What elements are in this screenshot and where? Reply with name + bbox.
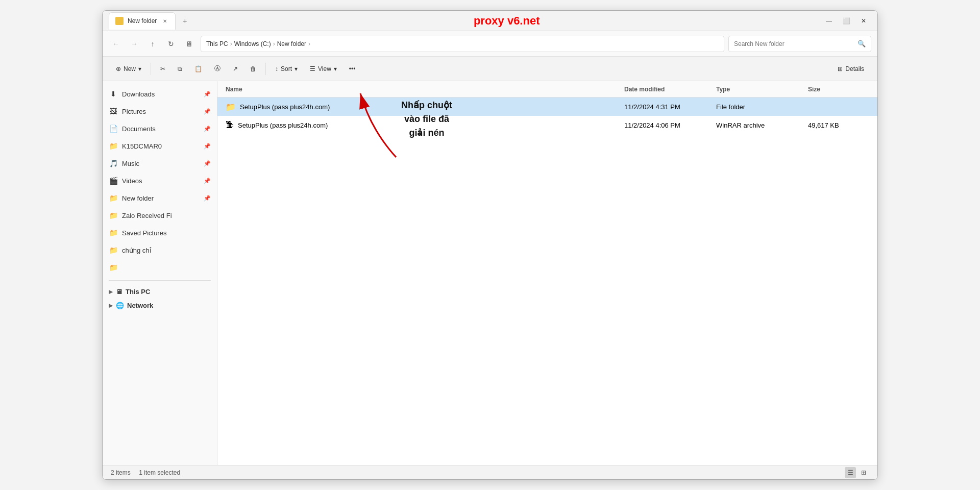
up-button[interactable]: ↑	[145, 37, 160, 51]
selected-count-text: 1 item selected	[139, 469, 180, 476]
sidebar-item-k15dcmar0[interactable]: 📁 K15DCMAR0 📌	[103, 137, 217, 155]
minimize-button[interactable]: —	[821, 13, 837, 29]
sidebar-item-unnamed[interactable]: 📁	[103, 259, 217, 276]
breadcrumb-windows-c[interactable]: Windows (C:)	[234, 40, 271, 47]
window-controls: — ⬜ ✕	[821, 13, 871, 29]
close-button[interactable]: ✕	[856, 13, 871, 29]
copy-icon: ⧉	[178, 65, 182, 72]
more-button[interactable]: •••	[344, 60, 361, 78]
zalo-icon: 📁	[109, 211, 118, 219]
file-date-folder: 11/2/2024 4:31 PM	[624, 103, 716, 111]
sidebar-item-videos[interactable]: 🎬 Videos 📌	[103, 172, 217, 189]
view-button[interactable]: ☰ View ▾	[305, 60, 342, 78]
title-bar: New folder ✕ + proxy v6.net — ⬜ ✕	[103, 11, 877, 31]
new-button[interactable]: ⊕ New ▾	[111, 60, 146, 78]
list-view-button[interactable]: ☰	[845, 467, 856, 478]
back-button[interactable]: ←	[109, 37, 123, 51]
pin-icon-videos: 📌	[204, 178, 211, 184]
new-label: New	[124, 65, 136, 72]
details-label: Details	[845, 65, 864, 72]
grid-view-button[interactable]: ⊞	[858, 467, 869, 478]
breadcrumb[interactable]: This PC › Windows (C:) › New folder ›	[201, 36, 724, 52]
tab-close-button[interactable]: ✕	[161, 17, 169, 25]
view-chevron-icon: ▾	[334, 65, 337, 72]
sidebar-label-downloads: Downloads	[122, 90, 155, 98]
sidebar: ⬇ Downloads 📌 🖼 Pictures 📌 📄 Documents 📌…	[103, 81, 217, 465]
breadcrumb-new-folder[interactable]: New folder	[277, 40, 306, 47]
rar-icon: 🗜	[226, 120, 234, 130]
col-header-name[interactable]: Name	[226, 86, 624, 93]
address-bar: ← → ↑ ↻ 🖥 This PC › Windows (C:) › New f…	[103, 31, 877, 57]
search-input[interactable]	[734, 40, 854, 47]
search-box[interactable]: 🔍	[728, 36, 871, 52]
folder-row-icon: 📁	[226, 102, 236, 112]
col-header-size[interactable]: Size	[808, 86, 869, 93]
sidebar-item-network[interactable]: ▶ 🌐 Network	[103, 299, 217, 312]
unnamed-icon: 📁	[109, 263, 118, 272]
toolbar-separator-2	[265, 63, 266, 75]
pin-icon-documents: 📌	[204, 126, 211, 132]
this-pc-chevron: ▶	[109, 289, 113, 295]
file-area: Name Date modified Type Size 📁 SetupPlus…	[217, 81, 877, 465]
sidebar-item-music[interactable]: 🎵 Music 📌	[103, 155, 217, 172]
sidebar-item-this-pc[interactable]: ▶ 🖥 This PC	[103, 285, 217, 299]
chung-chi-icon: 📁	[109, 246, 118, 254]
sidebar-item-documents[interactable]: 📄 Documents 📌	[103, 120, 217, 137]
sidebar-item-saved-pictures[interactable]: 📁 Saved Pictures	[103, 224, 217, 241]
new-folder-icon: 📁	[109, 194, 118, 202]
status-right: ☰ ⊞	[845, 467, 869, 478]
k15dcmar0-icon: 📁	[109, 142, 118, 150]
sort-button[interactable]: ↕ Sort ▾	[270, 60, 303, 78]
pin-icon-k15dcmar0: 📌	[204, 143, 211, 150]
refresh-button[interactable]: ↻	[164, 37, 178, 51]
sidebar-label-new-folder: New folder	[122, 194, 154, 202]
new-tab-button[interactable]: +	[178, 14, 192, 28]
sidebar-label-videos: Videos	[122, 177, 142, 185]
sidebar-label-music: Music	[122, 160, 139, 167]
network-label: Network	[127, 302, 153, 309]
forward-button[interactable]: →	[127, 37, 141, 51]
file-name-cell-folder: 📁 SetupPlus (pass plus24h.com)	[226, 102, 624, 112]
file-name-cell-rar: 🗜 SetupPlus (pass plus24h.com)	[226, 120, 624, 130]
this-pc-icon: 🖥	[116, 288, 122, 296]
col-header-type[interactable]: Type	[716, 86, 808, 93]
breadcrumb-this-pc[interactable]: This PC	[206, 40, 228, 47]
sidebar-item-pictures[interactable]: 🖼 Pictures 📌	[103, 103, 217, 120]
cut-icon: ✂	[160, 65, 165, 72]
details-button[interactable]: ⊞ Details	[832, 60, 869, 78]
sidebar-label-saved-pictures: Saved Pictures	[122, 229, 166, 237]
sidebar-item-downloads[interactable]: ⬇ Downloads 📌	[103, 85, 217, 103]
rename-button[interactable]: Ⓐ	[209, 60, 226, 78]
file-list-header: Name Date modified Type Size	[217, 81, 877, 97]
music-icon: 🎵	[109, 159, 118, 167]
network-chevron: ▶	[109, 303, 113, 308]
pictures-icon: 🖼	[109, 107, 118, 115]
file-size-rar: 49,617 KB	[808, 121, 869, 129]
item-count-text: 2 items	[111, 469, 131, 476]
location-button[interactable]: 🖥	[182, 37, 197, 51]
file-row-folder[interactable]: 📁 SetupPlus (pass plus24h.com) 11/2/2024…	[217, 97, 877, 116]
sidebar-label-pictures: Pictures	[122, 108, 146, 115]
delete-button[interactable]: 🗑	[245, 60, 261, 78]
share-button[interactable]: ↗	[228, 60, 243, 78]
new-icon: ⊕	[116, 65, 121, 72]
file-row-rar[interactable]: 🗜 SetupPlus (pass plus24h.com) 11/2/2024…	[217, 116, 877, 134]
sidebar-item-new-folder[interactable]: 📁 New folder 📌	[103, 189, 217, 207]
rename-icon: Ⓐ	[214, 64, 220, 73]
sidebar-label-k15dcmar0: K15DCMAR0	[122, 142, 162, 150]
pin-icon-new-folder: 📌	[204, 195, 211, 202]
toolbar: ⊕ New ▾ ✂ ⧉ 📋 Ⓐ ↗ 🗑 ↕ Sort ▾ ☰	[103, 57, 877, 81]
active-tab[interactable]: New folder ✕	[109, 12, 176, 30]
status-item-count: 2 items 1 item selected	[111, 469, 180, 476]
sidebar-item-zalo[interactable]: 📁 Zalo Received Fi	[103, 207, 217, 224]
maximize-button[interactable]: ⬜	[839, 13, 854, 29]
sidebar-label-zalo: Zalo Received Fi	[122, 212, 172, 219]
pin-icon-downloads: 📌	[204, 91, 211, 97]
cut-button[interactable]: ✂	[155, 60, 170, 78]
col-header-date[interactable]: Date modified	[624, 86, 716, 93]
sidebar-divider	[109, 280, 211, 281]
file-name-folder: SetupPlus (pass plus24h.com)	[240, 103, 330, 111]
copy-button[interactable]: ⧉	[173, 60, 187, 78]
paste-button[interactable]: 📋	[189, 60, 207, 78]
sidebar-item-chung-chi[interactable]: 📁 chứng chỉ	[103, 241, 217, 259]
